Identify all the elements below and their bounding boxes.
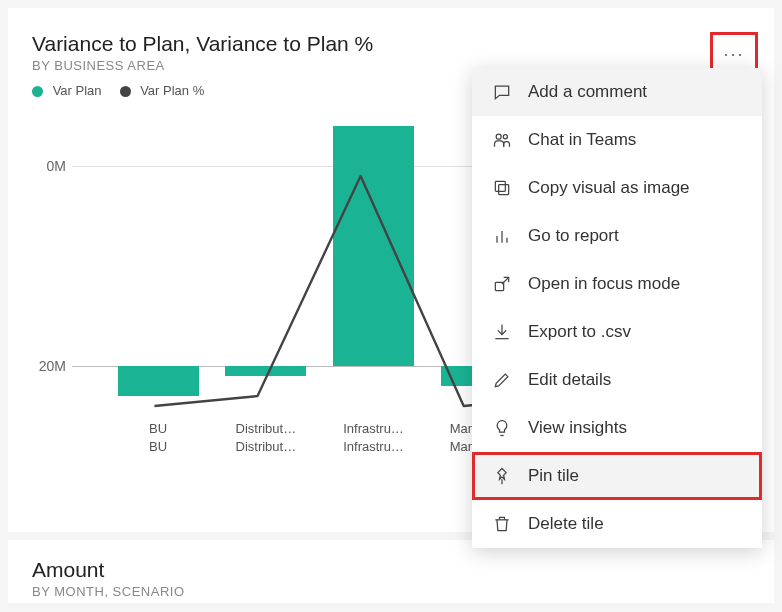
annotation-highlight-pin: [472, 452, 762, 500]
menu-item-report[interactable]: Go to report: [472, 212, 762, 260]
menu-item-label: Edit details: [528, 370, 611, 390]
x-tick-label: Distribut…Distribut…: [226, 420, 306, 455]
x-tick-label: BUBU: [118, 420, 198, 455]
report-icon: [492, 226, 512, 246]
teams-icon: [492, 130, 512, 150]
menu-item-copy[interactable]: Copy visual as image: [472, 164, 762, 212]
amount-tile: Amount BY MONTH, SCENARIO: [8, 540, 774, 603]
svg-rect-3: [495, 181, 505, 191]
menu-item-label: Chat in Teams: [528, 130, 636, 150]
menu-item-label: Add a comment: [528, 82, 647, 102]
tile-context-menu: Add a commentChat in TeamsCopy visual as…: [472, 68, 762, 548]
copy-icon: [492, 178, 512, 198]
menu-item-focus[interactable]: Open in focus mode: [472, 260, 762, 308]
comment-icon: [492, 82, 512, 102]
insights-icon: [492, 418, 512, 438]
menu-item-label: Open in focus mode: [528, 274, 680, 294]
menu-item-export[interactable]: Export to .csv: [472, 308, 762, 356]
svg-point-1: [503, 135, 507, 139]
y-tick-label: 20M: [28, 358, 66, 374]
menu-item-comment[interactable]: Add a comment: [472, 68, 762, 116]
ellipsis-icon: ···: [723, 44, 744, 65]
menu-item-label: Copy visual as image: [528, 178, 690, 198]
menu-item-delete[interactable]: Delete tile: [472, 500, 762, 548]
menu-item-teams[interactable]: Chat in Teams: [472, 116, 762, 164]
menu-item-pin[interactable]: Pin tile: [472, 452, 762, 500]
x-tick-label: Infrastru…Infrastru…: [334, 420, 414, 455]
menu-item-insights[interactable]: View insights: [472, 404, 762, 452]
amount-subtitle: BY MONTH, SCENARIO: [32, 584, 750, 599]
pin-icon: [492, 466, 512, 486]
export-icon: [492, 322, 512, 342]
chart-title: Variance to Plan, Variance to Plan %: [32, 32, 750, 56]
delete-icon: [492, 514, 512, 534]
legend-swatch-var-plan-pct: [120, 86, 131, 97]
legend-swatch-var-plan: [32, 86, 43, 97]
svg-rect-2: [499, 185, 509, 195]
menu-item-label: Export to .csv: [528, 322, 631, 342]
focus-icon: [492, 274, 512, 294]
menu-item-label: View insights: [528, 418, 627, 438]
more-options-button[interactable]: ···: [716, 36, 752, 72]
edit-icon: [492, 370, 512, 390]
legend-label-var-plan: Var Plan: [53, 83, 102, 98]
menu-item-label: Pin tile: [528, 466, 579, 486]
legend-item-var-plan-pct: Var Plan %: [120, 83, 205, 98]
menu-item-label: Delete tile: [528, 514, 604, 534]
amount-title: Amount: [32, 558, 750, 582]
legend-label-var-plan-pct: Var Plan %: [140, 83, 204, 98]
y-tick-label: 0M: [28, 158, 66, 174]
menu-item-edit[interactable]: Edit details: [472, 356, 762, 404]
menu-item-label: Go to report: [528, 226, 619, 246]
svg-point-0: [496, 134, 501, 139]
legend-item-var-plan: Var Plan: [32, 83, 102, 98]
